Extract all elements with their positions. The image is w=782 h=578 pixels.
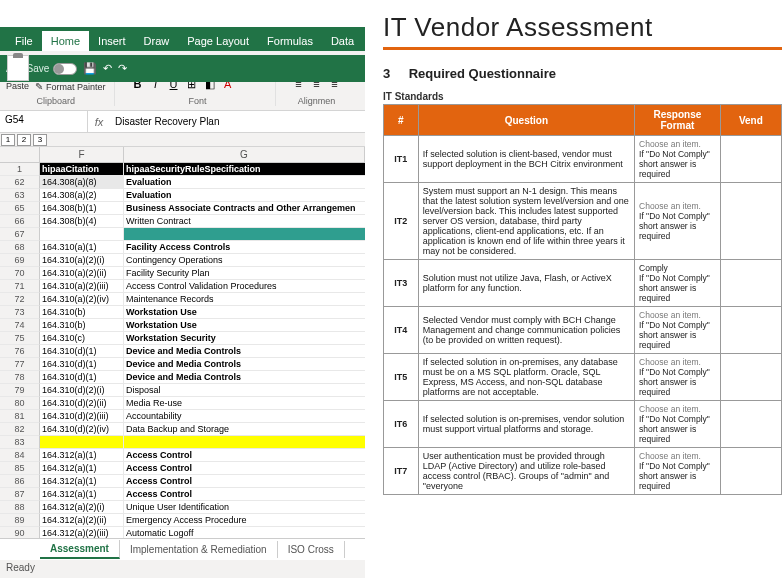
cell[interactable]: Access Control Validation Procedures xyxy=(124,280,365,293)
cell[interactable]: 164.310(d)(2)(iii) xyxy=(40,410,124,423)
response-format[interactable]: Choose an item.If "Do Not Comply" short … xyxy=(635,183,721,260)
cell[interactable]: hipaaCitation xyxy=(40,163,124,176)
vendor-cell[interactable] xyxy=(720,183,781,260)
cell[interactable]: Disposal xyxy=(124,384,365,397)
cell[interactable]: Workstation Use xyxy=(124,306,365,319)
cell[interactable]: Device and Media Controls xyxy=(124,371,365,384)
cell[interactable]: 164.310(a)(1) xyxy=(40,241,124,254)
cell[interactable]: 164.308(b)(4) xyxy=(40,215,124,228)
row-header[interactable]: 69 xyxy=(0,254,40,267)
row-header[interactable]: 77 xyxy=(0,358,40,371)
vendor-cell[interactable] xyxy=(720,354,781,401)
formula-input[interactable]: Disaster Recovery Plan xyxy=(110,113,365,130)
outline-level-1[interactable]: 1 xyxy=(1,134,15,146)
cell[interactable] xyxy=(40,228,124,241)
row-header[interactable]: 62 xyxy=(0,176,40,189)
cell[interactable]: Media Re-use xyxy=(124,397,365,410)
cell[interactable]: 164.310(d)(2)(iv) xyxy=(40,423,124,436)
cell[interactable] xyxy=(40,436,124,449)
cell[interactable]: 164.308(a)(2) xyxy=(40,189,124,202)
row-header[interactable]: 75 xyxy=(0,332,40,345)
cell[interactable]: 164.310(d)(2)(ii) xyxy=(40,397,124,410)
cell[interactable]: Evaluation xyxy=(124,176,365,189)
outline-level-3[interactable]: 3 xyxy=(33,134,47,146)
row-header[interactable]: 65 xyxy=(0,202,40,215)
paste-button[interactable]: Paste xyxy=(6,55,29,91)
row-header[interactable]: 90 xyxy=(0,527,40,538)
cell[interactable]: Data Backup and Storage xyxy=(124,423,365,436)
cell[interactable]: Device and Media Controls xyxy=(124,345,365,358)
cell[interactable]: 164.312(a)(1) xyxy=(40,462,124,475)
response-format[interactable]: Choose an item.If "Do Not Comply" short … xyxy=(635,448,721,495)
cell[interactable]: Accountability xyxy=(124,410,365,423)
cell[interactable] xyxy=(124,436,365,449)
cell[interactable]: Facility Security Plan xyxy=(124,267,365,280)
row-header[interactable]: 84 xyxy=(0,449,40,462)
row-header[interactable]: 74 xyxy=(0,319,40,332)
cell[interactable]: 164.310(a)(2)(iii) xyxy=(40,280,124,293)
cell[interactable]: Access Control xyxy=(124,488,365,501)
fx-icon[interactable]: fx xyxy=(88,116,110,128)
tab-home[interactable]: Home xyxy=(42,31,89,51)
cell[interactable]: Device and Media Controls xyxy=(124,358,365,371)
cell[interactable]: Business Associate Contracts and Other A… xyxy=(124,202,365,215)
row-header[interactable]: 73 xyxy=(0,306,40,319)
cell[interactable]: 164.310(a)(2)(ii) xyxy=(40,267,124,280)
cell[interactable]: Contingency Operations xyxy=(124,254,365,267)
row-header[interactable]: 71 xyxy=(0,280,40,293)
row-header[interactable]: 76 xyxy=(0,345,40,358)
outline-level-2[interactable]: 2 xyxy=(17,134,31,146)
response-format[interactable]: Choose an item.If "Do Not Comply" short … xyxy=(635,354,721,401)
cell[interactable] xyxy=(124,228,365,241)
row-header[interactable]: 78 xyxy=(0,371,40,384)
cell[interactable]: 164.310(d)(1) xyxy=(40,371,124,384)
row-header[interactable]: 85 xyxy=(0,462,40,475)
save-icon[interactable]: 💾 xyxy=(83,62,97,75)
cell[interactable]: 164.312(a)(1) xyxy=(40,488,124,501)
tab-insert[interactable]: Insert xyxy=(89,31,135,51)
name-box[interactable]: G54 xyxy=(0,111,88,132)
undo-icon[interactable]: ↶ xyxy=(103,62,112,75)
row-header[interactable]: 68 xyxy=(0,241,40,254)
redo-icon[interactable]: ↷ xyxy=(118,62,127,75)
cell[interactable]: Written Contract xyxy=(124,215,365,228)
cell[interactable]: Workstation Use xyxy=(124,319,365,332)
row-header[interactable]: 89 xyxy=(0,514,40,527)
row-header[interactable]: 67 xyxy=(0,228,40,241)
cell[interactable]: 164.312(a)(1) xyxy=(40,475,124,488)
cell[interactable]: 164.310(d)(1) xyxy=(40,358,124,371)
sheet-tab-iso[interactable]: ISO Cross xyxy=(278,541,345,558)
cell[interactable]: 164.312(a)(2)(iii) xyxy=(40,527,124,538)
row-header[interactable]: 1 xyxy=(0,163,40,176)
row-header[interactable]: 81 xyxy=(0,410,40,423)
vendor-cell[interactable] xyxy=(720,307,781,354)
cell[interactable]: Automatic Logoff xyxy=(124,527,365,538)
row-header[interactable]: 88 xyxy=(0,501,40,514)
vendor-cell[interactable] xyxy=(720,448,781,495)
row-header[interactable]: 80 xyxy=(0,397,40,410)
row-header[interactable]: 66 xyxy=(0,215,40,228)
cell[interactable]: Unique User Identification xyxy=(124,501,365,514)
cell[interactable]: Access Control xyxy=(124,449,365,462)
tab-formulas[interactable]: Formulas xyxy=(258,31,322,51)
cell[interactable]: Workstation Security xyxy=(124,332,365,345)
row-header[interactable]: 72 xyxy=(0,293,40,306)
row-header[interactable]: 83 xyxy=(0,436,40,449)
cell[interactable]: Access Control xyxy=(124,475,365,488)
cell[interactable]: Access Control xyxy=(124,462,365,475)
cell[interactable]: 164.310(b) xyxy=(40,306,124,319)
cell[interactable]: 164.310(c) xyxy=(40,332,124,345)
vendor-cell[interactable] xyxy=(720,136,781,183)
response-format[interactable]: Choose an item.If "Do Not Comply" short … xyxy=(635,136,721,183)
cell[interactable]: 164.308(b)(1) xyxy=(40,202,124,215)
cell[interactable]: 164.310(d)(2)(i) xyxy=(40,384,124,397)
row-header[interactable]: 86 xyxy=(0,475,40,488)
tab-data[interactable]: Data xyxy=(322,31,363,51)
format-painter-button[interactable]: Format Painter xyxy=(35,81,106,92)
cell[interactable]: 164.310(a)(2)(i) xyxy=(40,254,124,267)
sheet-tab-assessment[interactable]: Assessment xyxy=(40,540,120,559)
cell[interactable]: 164.308(a)(8) xyxy=(40,176,124,189)
row-header[interactable]: 63 xyxy=(0,189,40,202)
vendor-cell[interactable] xyxy=(720,260,781,307)
cell[interactable]: 164.312(a)(2)(ii) xyxy=(40,514,124,527)
